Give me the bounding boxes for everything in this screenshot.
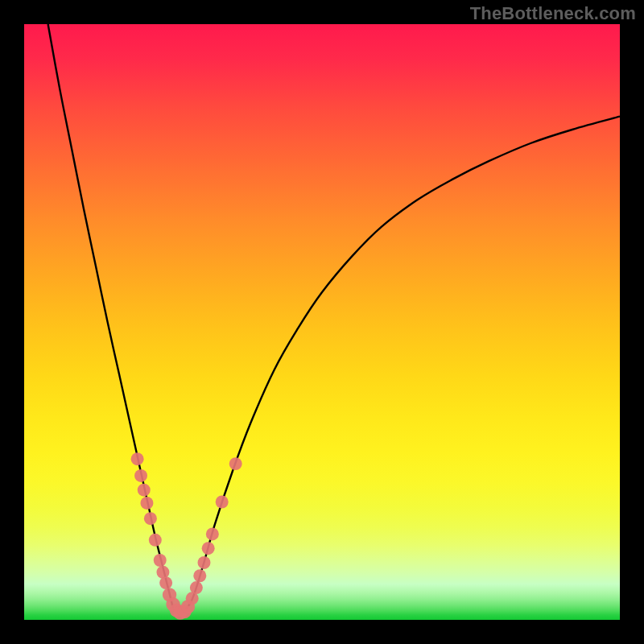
data-marker	[134, 469, 147, 482]
markers-group	[131, 452, 242, 620]
curve-group	[48, 24, 620, 614]
chart-frame: TheBottleneck.com	[0, 0, 644, 644]
data-marker	[229, 457, 242, 470]
curve-right	[179, 117, 620, 614]
data-marker	[144, 512, 157, 525]
data-marker	[140, 497, 153, 510]
data-marker	[193, 569, 206, 582]
data-marker	[206, 527, 219, 540]
chart-svg	[24, 24, 620, 620]
data-marker	[138, 484, 151, 497]
data-marker	[149, 534, 162, 547]
data-marker	[202, 542, 215, 555]
data-marker	[131, 452, 144, 465]
data-marker	[216, 495, 229, 508]
watermark-text: TheBottleneck.com	[470, 3, 636, 24]
plot-area	[24, 24, 620, 620]
data-marker	[159, 576, 172, 589]
data-marker	[154, 554, 167, 567]
data-marker	[190, 581, 203, 594]
data-marker	[197, 556, 210, 569]
